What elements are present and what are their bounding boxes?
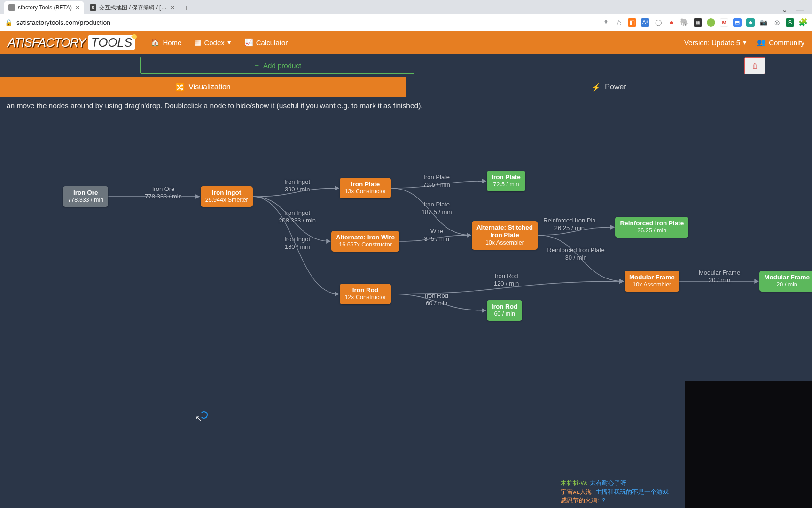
edge-label: Reinforced Iron Plate30 / min: [547, 246, 605, 262]
browser-tab[interactable]: S 交互式地图 / 保存编辑 / [SCIM] ×: [85, 1, 179, 14]
chat-line: 木桩桩·W: 太有耐心了呀: [561, 479, 683, 488]
graph-node-wire[interactable]: Alternate: Iron Wire16.667x Constructor: [331, 231, 399, 252]
chat-line: 感恩节的火鸡: ？: [561, 496, 683, 505]
share-nodes-icon: 🔀: [175, 83, 185, 92]
evernote-icon[interactable]: 🐘: [680, 18, 689, 27]
graph-node-stitched[interactable]: Alternate: StitchedIron Plate10x Assembl…: [472, 221, 538, 250]
chevron-down-icon: ▾: [743, 38, 747, 47]
bolt-icon: ⚡: [592, 83, 601, 92]
close-icon[interactable]: ×: [76, 4, 79, 11]
url-field[interactable]: satisfactorytools.com/production: [16, 19, 601, 26]
ext-icon[interactable]: ◯: [654, 18, 663, 27]
graph-node-rod_out[interactable]: Iron Rod60 / min: [487, 300, 523, 321]
gmail-icon[interactable]: M: [720, 18, 728, 27]
extension-icons: ⇪ ☆ ◧ Aᵃ ◯ ● 🐘 ▦ M ⬒ ◆ 📷 ◎ S 🧩: [601, 18, 807, 27]
ext-icon[interactable]: ◧: [628, 18, 636, 27]
nav-label: Home: [163, 39, 181, 47]
edge-label: Iron Plate187.5 / min: [422, 201, 452, 216]
plus-icon: ＋: [253, 61, 260, 70]
nav-community[interactable]: 👥 Community: [757, 38, 804, 47]
chat-line: 宇宙ᴀʟ人海: 主播和我玩的不是一个游戏: [561, 488, 683, 497]
delete-button[interactable]: 🗑: [744, 57, 765, 74]
hint-text: an move the nodes around by using drag'n…: [0, 97, 812, 115]
tab-title: sfactory Tools (BETA): [18, 4, 72, 11]
home-icon: 🏠: [151, 38, 160, 47]
trash-icon: 🗑: [752, 63, 758, 70]
tab-favicon: [8, 4, 15, 11]
video-overlay: [685, 381, 812, 508]
toolbar: ＋ Add product 🗑: [0, 54, 812, 77]
ext-icon[interactable]: ◆: [746, 18, 755, 27]
site-logo[interactable]: ATISFACTORY TOOLS: [8, 33, 135, 52]
tab-visualization[interactable]: 🔀 Visualization: [0, 77, 406, 97]
graph-node-ore[interactable]: Iron Ore778.333 / min: [63, 186, 108, 207]
grid-icon: ▦: [195, 38, 201, 47]
graph-node-mf_out[interactable]: Modular Frame20 / min: [759, 271, 812, 292]
edge-label: Reinforced Iron Pla26.25 / min: [543, 217, 595, 232]
result-tabs: 🔀 Visualization ⚡ Power: [0, 77, 812, 97]
share-icon[interactable]: ⇪: [601, 18, 610, 27]
graph-node-rod[interactable]: Iron Rod12x Constructor: [340, 284, 390, 305]
logo-text-b: TOOLS: [88, 35, 135, 50]
ext-icon[interactable]: ●: [667, 18, 676, 27]
new-tab-button[interactable]: ＋: [180, 1, 193, 14]
lock-icon[interactable]: 🔒: [5, 19, 13, 26]
graph-node-ingot[interactable]: Iron Ingot25.944x Smelter: [201, 186, 253, 207]
close-icon[interactable]: ×: [171, 4, 174, 11]
browser-tab-strip: sfactory Tools (BETA) × S 交互式地图 / 保存编辑 /…: [0, 0, 812, 14]
extensions-icon[interactable]: 🧩: [799, 18, 807, 27]
graph-node-mf[interactable]: Modular Frame10x Assembler: [625, 271, 679, 292]
version-label: Version: Update 5: [684, 39, 740, 47]
address-bar: 🔒 satisfactorytools.com/production ⇪ ☆ ◧…: [0, 14, 812, 31]
add-product-button[interactable]: ＋ Add product: [140, 57, 414, 74]
mouse-cursor: ↖: [195, 414, 202, 423]
logo-text-a: ATISFACTORY: [8, 35, 86, 50]
edge-label: Modular Frame20 / min: [699, 269, 740, 285]
graph-node-plate_out[interactable]: Iron Plate72.5 / min: [487, 171, 525, 192]
add-product-label: Add product: [263, 62, 301, 70]
edge-label: Iron Rod60 / min: [425, 292, 448, 308]
edge-label: Iron Ingot390 / min: [284, 178, 310, 194]
tab-power[interactable]: ⚡ Power: [406, 77, 812, 97]
ext-icon[interactable]: ▦: [694, 18, 702, 27]
tab-title: 交互式地图 / 保存编辑 / [SCIM]: [99, 4, 167, 12]
version-dropdown[interactable]: Version: Update 5 ▾: [684, 38, 747, 47]
ext-icon[interactable]: ◎: [773, 18, 781, 27]
nav-codex[interactable]: ▦ Codex ▾: [188, 31, 237, 54]
camera-icon[interactable]: 📷: [759, 18, 768, 27]
nav-calculator[interactable]: 📈 Calculator: [238, 31, 295, 54]
graph-node-rip_out[interactable]: Reinforced Iron Plate26.25 / min: [615, 217, 688, 238]
edge-label: Iron Rod120 / min: [494, 272, 519, 288]
edge-label: Wire375 / min: [424, 228, 449, 243]
nav-label: Codex: [204, 39, 224, 47]
chart-icon: 📈: [244, 38, 253, 47]
edge-label: Iron Ingot180 / min: [284, 236, 310, 251]
app-navbar: ATISFACTORY TOOLS 🏠 Home ▦ Codex ▾ 📈 Cal…: [0, 31, 812, 54]
tab-favicon: S: [90, 4, 96, 11]
ext-icon[interactable]: Aᵃ: [641, 18, 649, 27]
graph-node-plate[interactable]: Iron Plate13x Constructor: [340, 178, 390, 199]
nav-label: Community: [769, 39, 804, 47]
people-icon: 👥: [757, 38, 766, 47]
minimize-icon[interactable]: —: [796, 6, 804, 14]
chevron-down-icon: ▾: [227, 38, 231, 47]
browser-tab-active[interactable]: sfactory Tools (BETA) ×: [4, 1, 84, 14]
ext-icon[interactable]: ⬒: [733, 18, 742, 27]
edge-label: Iron Ingot208.333 / min: [279, 209, 316, 225]
stream-chat: 木桩桩·W: 太有耐心了呀宇宙ᴀʟ人海: 主播和我玩的不是一个游戏感恩节的火鸡:…: [561, 479, 683, 505]
nav-label: Calculator: [256, 39, 288, 47]
chevron-down-icon[interactable]: ⌄: [781, 5, 788, 14]
nav-home[interactable]: 🏠 Home: [144, 31, 188, 54]
tab-label: Visualization: [188, 83, 231, 91]
ext-icon[interactable]: [707, 18, 715, 27]
edge-label: Iron Ore778.333 / min: [145, 185, 182, 201]
bookmark-icon[interactable]: ☆: [615, 18, 623, 27]
tab-label: Power: [605, 83, 626, 91]
edge-label: Iron Plate72.5 / min: [423, 174, 450, 189]
ext-icon[interactable]: S: [786, 18, 794, 27]
